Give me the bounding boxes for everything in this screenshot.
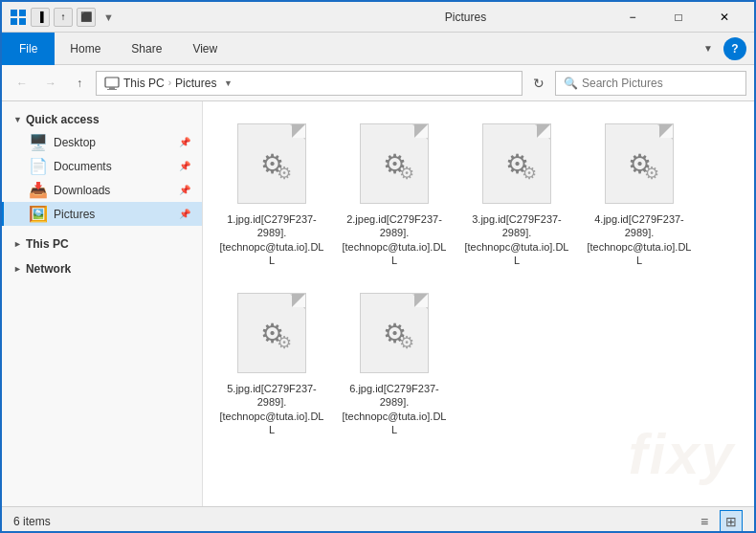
pin-icon-downloads: 📌 <box>179 185 190 195</box>
this-pc-label: This PC <box>26 237 69 251</box>
file-item[interactable]: ⚙ ⚙ 6.jpg.id[C279F237-2989].[technopc@tu… <box>337 282 452 444</box>
gear-overlay: ⚙ ⚙ <box>505 148 529 180</box>
menu-share[interactable]: Share <box>116 33 177 65</box>
refresh-button[interactable]: ↻ <box>526 71 551 96</box>
file-page: ⚙ ⚙ <box>605 123 674 204</box>
file-item[interactable]: ⚙ ⚙ 1.jpg.id[C279F237-2989].[technopc@tu… <box>214 113 329 275</box>
menu-bar-right: ▼ ? <box>697 37 754 60</box>
minimize-button[interactable]: − <box>611 2 655 33</box>
pin-icon-documents: 📌 <box>179 161 190 171</box>
gear-overlay: ⚙ ⚙ <box>383 318 407 349</box>
pictures-icon: 🖼️ <box>29 205 48 223</box>
back-button[interactable]: ← <box>10 71 34 96</box>
file-item[interactable]: ⚙ ⚙ 5.jpg.id[C279F237-2989].[technopc@tu… <box>214 282 329 444</box>
menu-home[interactable]: Home <box>55 33 116 65</box>
file-page: ⚙ ⚙ <box>360 293 429 373</box>
forward-button[interactable]: → <box>38 71 63 96</box>
svg-rect-6 <box>107 89 117 90</box>
sidebar-this-pc-header[interactable]: ► This PC <box>2 233 202 255</box>
downloads-icon: 📥 <box>29 181 48 199</box>
close-button[interactable]: ✕ <box>702 2 746 33</box>
up-button[interactable]: ↑ <box>67 71 92 96</box>
qs-btn-2[interactable]: ↑ <box>54 8 73 27</box>
breadcrumb-expand[interactable]: ▼ <box>220 76 235 91</box>
file-page: ⚙ ⚙ <box>237 123 306 204</box>
menu-file[interactable]: File <box>2 33 55 65</box>
breadcrumb-this-pc[interactable]: This PC <box>123 77 165 90</box>
qs-btn-3[interactable]: ⬛ <box>77 8 96 27</box>
view-options: ≡ ⊞ <box>693 510 743 533</box>
sidebar-network-header[interactable]: ► Network <box>2 258 202 279</box>
address-bar: ← → ↑ This PC › Pictures ▼ ↻ 🔍 <box>2 65 754 101</box>
sidebar-item-documents[interactable]: 📄 Documents 📌 <box>2 154 202 178</box>
sidebar-item-pictures[interactable]: 🖼️ Pictures 📌 <box>2 202 202 226</box>
file-name: 1.jpg.id[C279F237-2989].[technopc@tuta.i… <box>218 212 325 267</box>
expand-icon: ▼ <box>13 115 22 124</box>
gear-overlay: ⚙ ⚙ <box>628 148 652 180</box>
gear-big-icon: ⚙ <box>260 318 284 349</box>
file-item[interactable]: ⚙ ⚙ 2.jpeg.id[C279F237-2989].[technopc@t… <box>337 113 452 275</box>
status-bar: 6 items ≡ ⊞ <box>2 506 754 533</box>
watermark: fixy <box>629 421 735 487</box>
sidebar-item-desktop[interactable]: 🖥️ Desktop 📌 <box>2 130 202 154</box>
title-bar-icon <box>10 9 27 26</box>
sidebar-quick-access-header[interactable]: ▼ Quick access <box>2 109 202 130</box>
breadcrumb[interactable]: This PC › Pictures ▼ <box>96 71 523 96</box>
maximize-button[interactable]: □ <box>656 2 700 33</box>
file-icon-container: ⚙ ⚙ <box>478 121 555 207</box>
svg-rect-5 <box>109 87 115 89</box>
breadcrumb-pictures[interactable]: Pictures <box>175 77 216 90</box>
svg-rect-3 <box>19 18 26 25</box>
menu-bar: File Home Share View ▼ ? <box>2 33 754 65</box>
file-item[interactable]: ⚙ ⚙ 4.jpg.id[C279F237-2989].[technopc@tu… <box>582 113 697 275</box>
gear-big-icon: ⚙ <box>505 148 529 180</box>
gear-big-icon: ⚙ <box>383 148 407 180</box>
title-bar: ▐ ↑ ⬛ ▼ Pictures − □ ✕ <box>2 2 754 33</box>
file-name: 4.jpg.id[C279F237-2989].[technopc@tuta.i… <box>586 212 693 267</box>
file-icon-container: ⚙ ⚙ <box>601 121 678 207</box>
gear-big-icon: ⚙ <box>260 148 284 180</box>
file-icon-container: ⚙ ⚙ <box>233 290 310 376</box>
file-page: ⚙ ⚙ <box>482 123 551 204</box>
file-icon-container: ⚙ ⚙ <box>233 121 310 207</box>
window-title: Pictures <box>321 11 611 24</box>
help-button[interactable]: ? <box>723 37 746 60</box>
search-input[interactable] <box>582 77 738 90</box>
documents-icon: 📄 <box>29 157 48 175</box>
quick-access-label: Quick access <box>26 113 100 126</box>
svg-rect-0 <box>11 10 17 16</box>
file-page: ⚙ ⚙ <box>237 293 306 373</box>
menu-chevron-down[interactable]: ▼ <box>697 37 720 60</box>
gear-overlay: ⚙ ⚙ <box>383 148 407 180</box>
main-layout: ▼ Quick access 🖥️ Desktop 📌 📄 Documents … <box>2 101 754 506</box>
sidebar-item-downloads[interactable]: 📥 Downloads 📌 <box>2 178 202 202</box>
svg-rect-1 <box>19 10 26 16</box>
this-pc-expand-icon: ► <box>13 239 22 249</box>
gear-overlay: ⚙ ⚙ <box>260 318 284 349</box>
gear-big-icon: ⚙ <box>628 148 652 180</box>
sidebar-item-downloads-label: Downloads <box>54 184 110 197</box>
file-name: 3.jpg.id[C279F237-2989].[technopc@tuta.i… <box>463 212 570 267</box>
search-box[interactable]: 🔍 <box>555 71 746 96</box>
qs-btn-1[interactable]: ▐ <box>31 8 50 27</box>
window-controls: − □ ✕ <box>611 2 746 33</box>
sidebar-item-pictures-label: Pictures <box>54 208 95 221</box>
menu-view[interactable]: View <box>177 33 233 65</box>
file-name: 6.jpg.id[C279F237-2989].[technopc@tuta.i… <box>341 382 448 436</box>
sidebar: ▼ Quick access 🖥️ Desktop 📌 📄 Documents … <box>2 101 203 506</box>
file-item[interactable]: ⚙ ⚙ 3.jpg.id[C279F237-2989].[technopc@tu… <box>459 113 574 275</box>
search-icon: 🔍 <box>564 77 578 90</box>
icon-view-button[interactable]: ⊞ <box>720 510 743 533</box>
file-page: ⚙ ⚙ <box>360 123 429 204</box>
pin-icon-pictures: 📌 <box>179 209 190 219</box>
quick-access-toolbar: ▐ ↑ ⬛ ▼ <box>31 8 321 27</box>
sidebar-item-desktop-label: Desktop <box>54 136 96 149</box>
breadcrumb-sep-1: › <box>168 78 171 88</box>
gear-overlay: ⚙ ⚙ <box>260 148 284 180</box>
pin-icon-desktop: 📌 <box>179 137 190 147</box>
gear-big-icon: ⚙ <box>383 318 407 349</box>
list-view-button[interactable]: ≡ <box>693 510 716 533</box>
file-name: 5.jpg.id[C279F237-2989].[technopc@tuta.i… <box>218 382 325 436</box>
file-icon-container: ⚙ ⚙ <box>356 121 433 207</box>
file-area: ⚙ ⚙ 1.jpg.id[C279F237-2989].[technopc@tu… <box>203 101 754 506</box>
